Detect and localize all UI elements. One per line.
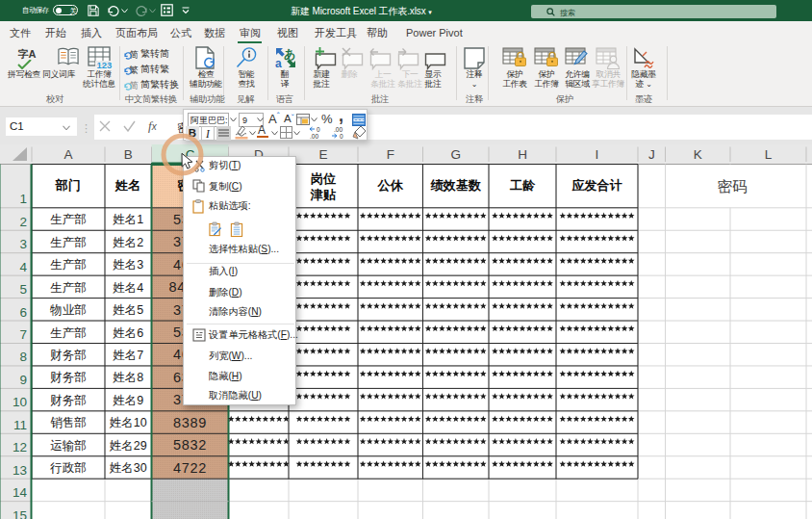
svg-text:F: F [387,147,394,162]
svg-text:K: K [694,147,702,162]
svg-text:A: A [63,147,72,162]
svg-text:绩效基数: 绩效基数 [429,178,482,193]
svg-text:H: H [518,147,527,162]
svg-text:3: 3 [19,237,27,251]
svg-text:6: 6 [19,305,27,320]
svg-text:8: 8 [19,350,27,364]
svg-text:应发合计: 应发合计 [571,178,622,193]
svg-text:1: 1 [19,192,27,206]
svg-text:姓名: 姓名 [114,178,140,193]
svg-text:姓名3: 姓名3 [113,258,143,272]
svg-text:生产部: 生产部 [50,213,87,226]
svg-text:7: 7 [19,327,27,342]
svg-text:生产部: 生产部 [50,258,87,272]
svg-text:0: 0 [340,133,343,140]
svg-text:公休: 公休 [377,178,404,193]
svg-text:9: 9 [19,373,27,387]
svg-text:4: 4 [19,260,27,274]
svg-text:姓名5: 姓名5 [113,303,143,317]
svg-text:4722: 4722 [173,460,207,476]
svg-text:行政部: 行政部 [49,461,87,475]
svg-text:销售部: 销售部 [50,416,87,429]
svg-text:E: E [318,147,327,162]
svg-text:姓名1: 姓名1 [113,213,143,226]
svg-text:姓名6: 姓名6 [113,326,143,340]
svg-text:B: B [124,147,133,162]
svg-text:财务部: 财务部 [50,394,87,407]
svg-text:姓名4: 姓名4 [113,281,143,295]
svg-text:财务部: 财务部 [50,371,87,384]
svg-text:工龄: 工龄 [510,178,536,193]
svg-text:岗位: 岗位 [311,171,337,186]
svg-text:5832: 5832 [173,437,207,453]
svg-text:姓名29: 姓名29 [110,439,147,453]
svg-text:8389: 8389 [173,415,207,430]
svg-text:15: 15 [13,508,27,519]
svg-text:11: 11 [13,418,27,432]
svg-text:2: 2 [19,215,27,229]
svg-text:运输部: 运输部 [50,439,87,453]
svg-text:5: 5 [19,282,27,297]
svg-text:14: 14 [13,485,28,500]
svg-text:姓名30: 姓名30 [110,461,147,475]
svg-text:姓名10: 姓名10 [110,416,147,429]
svg-text:.00: .00 [310,133,318,140]
svg-text:生产部: 生产部 [50,236,87,249]
svg-text:10: 10 [13,395,27,409]
svg-text:密码: 密码 [718,178,748,195]
svg-text:L: L [765,147,773,162]
svg-text:姓名7: 姓名7 [113,349,143,362]
svg-text:I: I [596,147,599,162]
svg-text:物业部: 物业部 [49,303,87,317]
svg-text:姓名9: 姓名9 [113,394,143,407]
svg-text:姓名8: 姓名8 [113,371,143,384]
svg-text:12: 12 [13,440,27,454]
svg-text:财务部: 财务部 [50,349,87,362]
svg-text:津贴: 津贴 [310,188,337,202]
svg-text:13: 13 [13,463,27,478]
svg-text:G: G [450,147,461,162]
svg-text:生产部: 生产部 [50,281,87,295]
svg-text:生产部: 生产部 [50,326,87,340]
svg-text:部门: 部门 [55,178,81,193]
svg-text:姓名2: 姓名2 [113,236,143,249]
svg-text:J: J [648,147,655,162]
